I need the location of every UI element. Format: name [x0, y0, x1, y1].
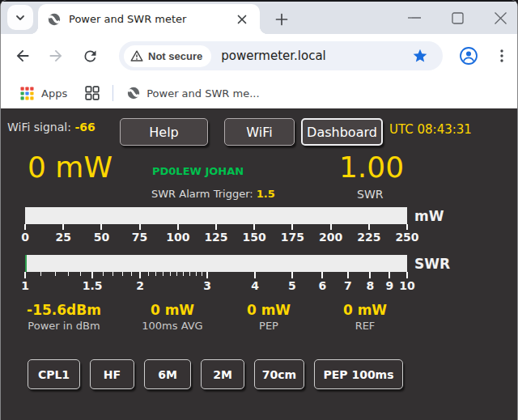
band-button-cpl1[interactable]: CPL1: [28, 359, 80, 389]
meter-minor-tick: [68, 272, 69, 276]
meter-tick: [24, 224, 26, 230]
bookmark-star-icon[interactable]: [412, 48, 428, 64]
kebab-menu-icon: [494, 48, 510, 64]
meter-tick-label: 100: [166, 231, 189, 244]
meter-tick: [254, 272, 256, 278]
meter-minor-tick: [55, 272, 56, 276]
meter-tick: [100, 224, 102, 230]
meter-tick: [406, 272, 408, 278]
window-close-button[interactable]: [482, 2, 518, 34]
swr-meter-bar: [25, 255, 407, 272]
swr-meter-ruler: [25, 272, 407, 278]
tab-groups-icon[interactable]: [85, 86, 100, 100]
bookmark-label: Power and SWR me...: [146, 87, 259, 100]
meter-tick-label: 0: [21, 231, 29, 244]
meter-tick: [406, 224, 408, 230]
callsign: PD0LEW JOHAN: [152, 165, 244, 177]
utc-clock: UTC 08:43:31: [389, 122, 472, 137]
band-button-70cm[interactable]: 70cm: [254, 359, 304, 389]
meter-tick-label: 1: [21, 279, 29, 292]
maximize-icon: [452, 12, 464, 24]
meter-minor-tick: [122, 272, 123, 276]
window-minimize-button[interactable]: [396, 2, 433, 34]
meter-tick-label: 75: [132, 231, 147, 244]
meter-tick: [139, 272, 141, 278]
readout-value: 0 mW: [292, 302, 438, 318]
meter-tick: [24, 272, 26, 278]
plus-icon: [275, 13, 288, 26]
meter-tick: [206, 272, 208, 278]
swr-caption: SWR: [357, 188, 383, 201]
band-buttons-row: CPL1HF6M2M70cmPEP 100ms: [28, 359, 403, 389]
swr-alarm-trigger: SWR Alarm Trigger: 1.5: [151, 188, 275, 200]
dashboard-button[interactable]: Dashboard: [301, 118, 383, 146]
band-button-6m[interactable]: 6M: [144, 359, 191, 389]
meter-tick-label: 175: [281, 231, 304, 244]
help-button[interactable]: Help: [120, 118, 208, 146]
swr-alarm-value: 1.5: [257, 188, 275, 200]
swr-meter-fill: [25, 255, 27, 272]
apps-shortcut[interactable]: Apps: [20, 87, 67, 100]
back-arrow-icon: [14, 47, 32, 65]
security-chip-label: Not secure: [148, 50, 202, 62]
swr-meter-unit: SWR: [414, 256, 450, 272]
meter-minor-tick: [131, 272, 132, 276]
meter-minor-tick: [80, 272, 81, 276]
profile-avatar-icon: [459, 46, 478, 66]
new-tab-button[interactable]: [273, 11, 291, 28]
back-button[interactable]: [9, 42, 36, 70]
power-meter-ruler: [25, 224, 407, 230]
url-text[interactable]: powermeter.local: [221, 49, 412, 63]
window-maximize-button[interactable]: [439, 2, 476, 34]
wifi-button[interactable]: WiFi: [224, 118, 295, 146]
security-chip[interactable]: Not secure: [124, 45, 211, 67]
forward-button[interactable]: [42, 42, 70, 70]
meter-tick-label: 225: [357, 231, 380, 244]
meter-minor-tick: [196, 272, 197, 276]
active-tab[interactable]: Power and SWR meter: [38, 4, 260, 34]
meter-tick-label: 5: [288, 279, 296, 292]
meter-tick: [62, 224, 64, 230]
power-meter-unit: mW: [414, 208, 444, 224]
power-meter-bar: [25, 207, 407, 224]
bookmarks-bar: Apps Power and SWR me...: [1, 78, 517, 108]
meter-minor-tick: [155, 272, 156, 276]
meter-tick-label: 2: [136, 279, 144, 292]
band-button-pep-100ms[interactable]: PEP 100ms: [314, 359, 403, 389]
meter-tick: [330, 224, 332, 230]
browser-menu-button[interactable]: [488, 42, 516, 70]
meter-minor-tick: [163, 272, 163, 276]
readout-label: REF: [292, 320, 438, 332]
wifi-signal-label: WiFi signal:: [7, 121, 71, 134]
swr-alarm-label: SWR Alarm Trigger:: [151, 188, 253, 200]
meter-tick: [388, 272, 390, 278]
meter-minor-tick: [40, 272, 41, 276]
forward-arrow-icon: [47, 47, 65, 65]
meter-tick: [291, 272, 293, 278]
meter-tick: [369, 272, 371, 278]
band-button-2m[interactable]: 2M: [201, 359, 244, 389]
meter-tick: [91, 272, 93, 278]
meter-minor-tick: [183, 272, 184, 276]
tab-strip: Power and SWR meter: [1, 0, 517, 34]
bookmark-item[interactable]: Power and SWR me...: [127, 87, 259, 100]
meter-tick-label: 4: [251, 279, 259, 292]
meter-tick: [177, 224, 179, 230]
meter-minor-tick: [103, 272, 104, 276]
meter-tick-label: 9: [386, 279, 394, 292]
reload-button[interactable]: [76, 42, 104, 70]
meter-minor-tick: [202, 272, 202, 276]
meter-tick-label: 3: [203, 279, 211, 292]
meter-tick-label: 50: [94, 231, 109, 244]
meter-tick-label: 200: [319, 231, 342, 244]
address-bar[interactable]: Not secure powermeter.local: [119, 41, 443, 70]
tab-close-icon[interactable]: [236, 13, 248, 26]
tab-title: Power and SWR meter: [69, 13, 236, 25]
reload-icon: [82, 48, 99, 65]
power-value: 0 mW: [28, 151, 113, 184]
meter-minor-tick: [189, 272, 190, 276]
wifi-signal: WiFi signal: -66: [7, 121, 96, 134]
profile-button[interactable]: [455, 42, 482, 70]
band-button-hf[interactable]: HF: [90, 359, 134, 389]
meter-tick-label: 150: [243, 231, 266, 244]
